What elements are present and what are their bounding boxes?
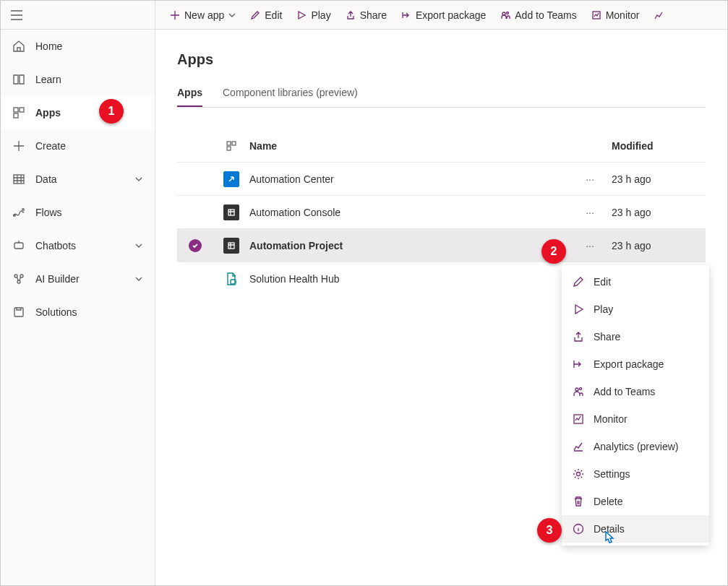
export-icon — [401, 10, 411, 20]
sidebar-item-chatbots[interactable]: Chatbots — [1, 229, 155, 262]
svg-point-8 — [20, 275, 23, 277]
toolbar-label: Export package — [416, 9, 486, 21]
play-icon — [296, 10, 307, 20]
selected-check-icon — [189, 239, 202, 252]
menu-item-edit[interactable]: Edit — [562, 268, 709, 296]
sidebar-item-flows[interactable]: Flows — [1, 196, 155, 229]
menu-label: Export package — [594, 358, 699, 370]
table-row[interactable]: Automation Console ··· 23 h ago — [177, 196, 706, 229]
tab-component-libraries[interactable]: Component libraries (preview) — [223, 87, 358, 107]
menu-item-monitor[interactable]: Monitor — [562, 405, 709, 433]
menu-label: Delete — [594, 496, 699, 507]
edit-button[interactable]: Edit — [243, 1, 289, 30]
table-row[interactable]: Automation Project ··· 23 h ago — [177, 229, 706, 262]
svg-rect-10 — [14, 308, 23, 316]
menu-item-play[interactable]: Play — [562, 296, 709, 323]
menu-label: Add to Teams — [594, 386, 699, 397]
svg-point-5 — [22, 209, 25, 211]
sidebar-item-label: Flows — [35, 207, 143, 218]
column-header-name[interactable]: Name — [249, 140, 568, 152]
create-icon — [12, 139, 25, 152]
sidebar-item-ai-builder[interactable]: AI Builder — [1, 262, 155, 296]
modified-time: 23 h ago — [612, 240, 706, 251]
svg-rect-0 — [14, 108, 18, 112]
chevron-down-icon — [134, 241, 143, 250]
toolbar-label: Edit — [265, 9, 282, 21]
flows-icon — [12, 206, 25, 219]
menu-item-settings[interactable]: Settings — [562, 460, 709, 488]
svg-rect-3 — [14, 175, 24, 184]
sidebar-item-apps[interactable]: Apps — [1, 96, 155, 129]
sidebar-item-label: Create — [35, 140, 143, 152]
hamburger-button[interactable] — [1, 1, 155, 30]
sidebar-item-solutions[interactable]: Solutions — [1, 296, 155, 329]
export-button[interactable]: Export package — [394, 1, 493, 30]
svg-point-7 — [14, 275, 17, 277]
svg-rect-15 — [232, 142, 236, 145]
table-row[interactable]: Automation Center ··· 23 h ago — [177, 163, 706, 196]
new-app-button[interactable]: New app — [163, 1, 243, 30]
play-button[interactable]: Play — [289, 1, 338, 30]
menu-label: Share — [594, 331, 699, 342]
monitor-button[interactable]: Monitor — [584, 1, 647, 30]
analytics-icon — [572, 440, 585, 453]
share-button[interactable]: Share — [338, 1, 394, 30]
sidebar-item-create[interactable]: Create — [1, 129, 155, 163]
share-icon — [346, 10, 356, 20]
ai-builder-icon — [12, 272, 25, 285]
modified-time: 23 h ago — [612, 173, 706, 185]
sidebar: Home Learn Apps Create Data Flows Chatbo… — [1, 1, 155, 585]
sidebar-item-label: Chatbots — [35, 240, 134, 251]
monitor-icon — [572, 413, 585, 426]
svg-point-12 — [507, 12, 509, 14]
sidebar-item-data[interactable]: Data — [1, 163, 155, 196]
modified-time: 23 h ago — [612, 207, 706, 218]
app-name: Solution Health Hub — [249, 273, 568, 285]
row-more-button[interactable]: ··· — [568, 173, 612, 185]
tab-apps[interactable]: Apps — [177, 87, 202, 107]
toolbar-label: New app — [184, 9, 224, 21]
sidebar-item-label: Apps — [35, 107, 143, 119]
app-icon — [223, 238, 239, 254]
svg-rect-14 — [227, 142, 231, 145]
menu-item-share[interactable]: Share — [562, 323, 709, 350]
menu-item-details[interactable]: Details — [562, 515, 709, 543]
sidebar-item-home[interactable]: Home — [1, 30, 155, 63]
row-more-button[interactable]: ··· — [568, 240, 612, 251]
toolbar-label: Play — [311, 9, 330, 21]
app-name: Automation Center — [249, 173, 568, 185]
callout-3: 3 — [537, 518, 562, 543]
settings-icon — [572, 467, 585, 481]
toolbar-label: Share — [360, 9, 387, 21]
row-more-button[interactable]: ··· — [568, 207, 612, 218]
svg-point-23 — [577, 473, 581, 476]
menu-label: Analytics (preview) — [594, 441, 699, 452]
analytics-button[interactable] — [646, 1, 675, 30]
edit-icon — [250, 10, 260, 20]
svg-rect-6 — [14, 243, 23, 249]
sidebar-item-learn[interactable]: Learn — [1, 63, 155, 96]
add-to-teams-button[interactable]: Add to Teams — [493, 1, 583, 30]
menu-item-teams[interactable]: Add to Teams — [562, 378, 709, 405]
app-name: Automation Project — [249, 240, 568, 251]
learn-icon — [12, 73, 25, 86]
hamburger-icon — [11, 10, 22, 20]
menu-item-delete[interactable]: Delete — [562, 488, 709, 515]
context-menu: Edit Play Share Export package Add to Te… — [562, 265, 709, 546]
menu-item-export[interactable]: Export package — [562, 350, 709, 378]
tabs: Apps Component libraries (preview) — [177, 87, 706, 108]
chevron-down-icon — [134, 175, 143, 184]
app-icon — [223, 271, 239, 287]
chevron-down-icon — [134, 275, 143, 283]
svg-point-9 — [17, 280, 20, 283]
svg-rect-2 — [14, 113, 18, 118]
column-header-modified[interactable]: Modified — [612, 140, 706, 152]
menu-label: Edit — [594, 276, 699, 288]
app-icon — [223, 204, 239, 220]
data-icon — [12, 173, 25, 186]
chatbots-icon — [12, 239, 25, 252]
svg-point-20 — [575, 388, 578, 391]
details-icon — [572, 522, 585, 535]
share-icon — [572, 330, 585, 343]
menu-item-analytics[interactable]: Analytics (preview) — [562, 433, 709, 460]
